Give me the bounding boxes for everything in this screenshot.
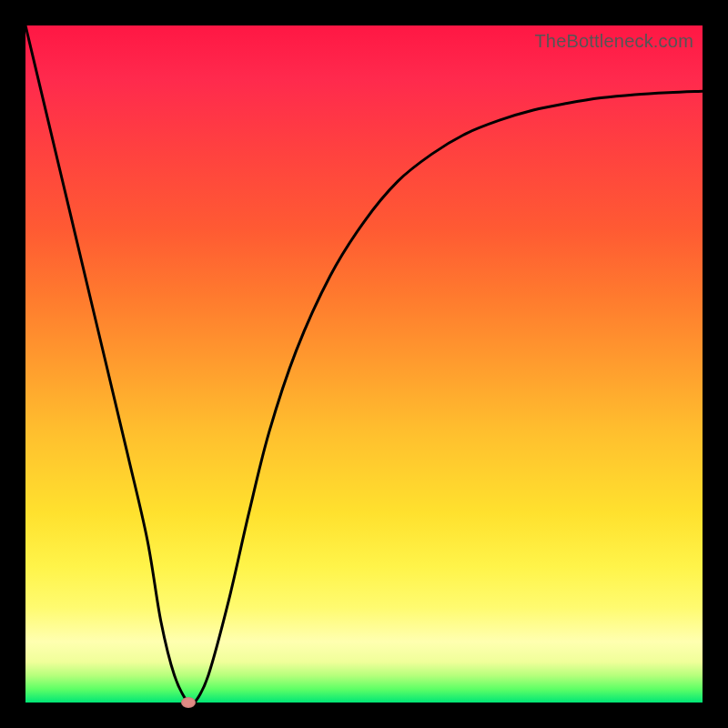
chart-frame: TheBottleneck.com bbox=[0, 0, 728, 728]
optimal-point-marker bbox=[181, 697, 196, 708]
bottleneck-curve bbox=[25, 25, 703, 703]
plot-area: TheBottleneck.com bbox=[25, 25, 703, 703]
watermark-text: TheBottleneck.com bbox=[534, 31, 693, 52]
